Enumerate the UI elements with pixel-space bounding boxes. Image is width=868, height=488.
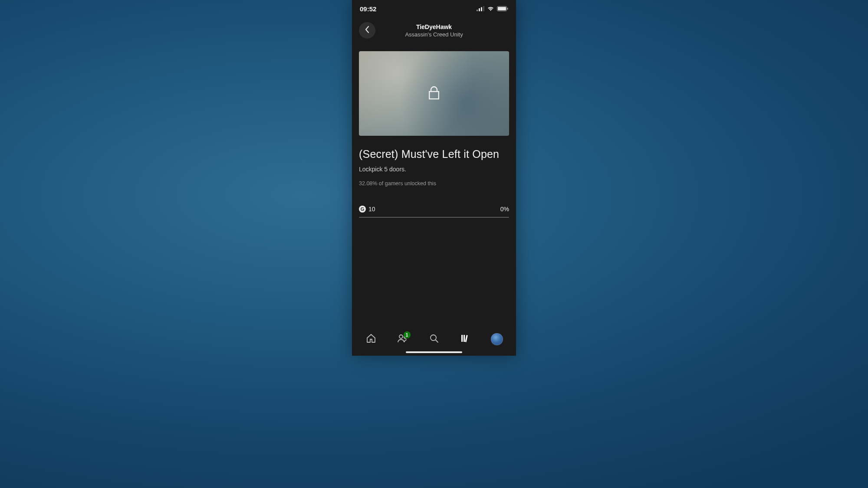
status-right [477,6,508,11]
back-button[interactable] [359,22,375,39]
header-game-title: Assassin's Creed Unity [405,31,463,38]
nav-social[interactable]: 1 [393,330,412,349]
achievement-title: (Secret) Must've Left it Open [359,148,509,160]
battery-icon [497,6,508,11]
achievement-detail: (Secret) Must've Left it Open Lockpick 5… [352,43,516,325]
home-indicator[interactable] [406,351,462,353]
search-icon [429,334,439,345]
achievement-rarity: 32.08% of gamers unlocked this [359,180,509,187]
svg-rect-1 [479,8,480,11]
header-gamertag: TieDyeHawk [416,23,452,30]
library-icon [460,334,470,345]
nav-library[interactable] [456,330,475,349]
status-time: 09:52 [360,5,376,13]
svg-rect-2 [481,7,482,12]
svg-rect-3 [483,6,484,11]
lock-icon [428,85,440,102]
svg-rect-5 [498,7,506,10]
svg-rect-6 [507,8,508,10]
svg-point-8 [399,335,403,338]
svg-line-11 [435,340,438,343]
nav-home[interactable] [362,330,381,349]
achievement-progress-bar [359,217,509,218]
gamerscore: G 10 [359,206,375,213]
chevron-left-icon [365,26,369,35]
achievement-score-row: G 10 0% [359,206,509,213]
nav-social-badge: 1 [404,331,411,338]
svg-rect-12 [461,335,463,342]
nav-search[interactable] [424,330,444,349]
achievement-progress-percent: 0% [500,206,509,213]
svg-rect-14 [465,335,468,342]
home-icon [366,333,376,345]
page-header: TieDyeHawk Assassin's Creed Unity [352,17,516,43]
phone-frame: 09:52 [352,0,516,356]
cellular-icon [477,6,484,11]
wifi-icon [487,6,494,11]
gamerscore-value: 10 [368,206,375,213]
svg-rect-0 [477,10,478,11]
svg-rect-13 [464,335,465,342]
gamerscore-icon: G [359,206,366,213]
achievement-image-locked [359,51,509,136]
nav-profile[interactable] [487,330,506,349]
achievement-description: Lockpick 5 doors. [359,166,509,173]
avatar [491,333,503,345]
status-bar: 09:52 [352,0,516,17]
svg-rect-7 [429,92,439,99]
